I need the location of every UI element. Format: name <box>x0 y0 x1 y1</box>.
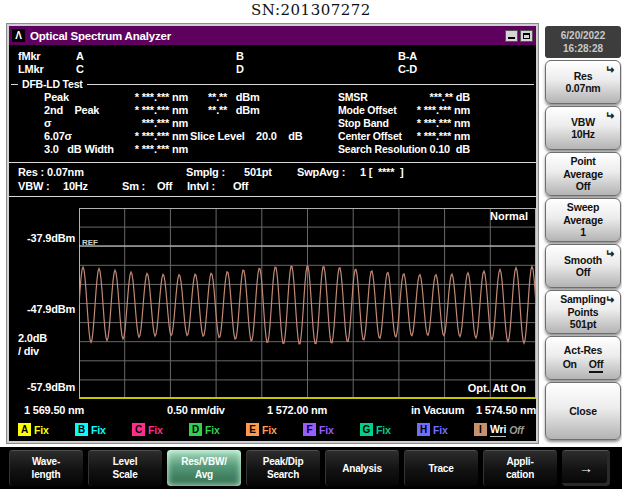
date-label: 6/20/2022 <box>545 29 621 42</box>
trace-a[interactable]: A Fix <box>18 422 75 437</box>
x-axis-start-value: 1 569.50 nm <box>24 404 84 416</box>
dfb-row-rname: Search Resolution <box>338 143 427 155</box>
softkey-wavelength[interactable]: Wave- length <box>8 449 84 487</box>
fkey-act-res[interactable]: Act-Res On Off <box>545 336 621 380</box>
softkey-label: Avg <box>195 468 213 481</box>
softkey-application[interactable]: Appli- cation <box>482 449 558 487</box>
separator-line <box>87 84 534 85</box>
minimize-button[interactable] <box>505 30 518 42</box>
fkey-smooth[interactable]: ↴ Smooth Off <box>545 244 621 288</box>
fkey-label: Smooth <box>564 254 602 267</box>
softkey-label: Scale <box>112 468 137 481</box>
trace-i[interactable]: I Wri Off <box>474 422 524 437</box>
softkey-label: length <box>32 468 61 481</box>
sweep-settings-box <box>9 162 536 197</box>
time-label: 16:28:28 <box>545 42 621 55</box>
fkey-label: Res <box>574 70 593 83</box>
trace-a-state: Fix <box>34 424 49 436</box>
lmkr-label: LMkr <box>18 63 58 75</box>
anritsu-logo-icon: Λ <box>12 29 25 42</box>
dfb-row-mid: **.** dBm <box>208 91 260 103</box>
dfb-row-rval: * ***.*** nm <box>417 117 470 129</box>
fkey-label: Sampling <box>560 293 606 306</box>
trace-b-letter: B <box>75 423 88 436</box>
minimize-icon <box>508 37 515 39</box>
softkey-label: Res/VBW/ <box>181 455 227 468</box>
fkey-value: 1 <box>580 226 586 239</box>
dfb-row-name: 6.07σ <box>44 130 72 142</box>
dfb-ld-test-title: DFB-LD Test <box>18 78 87 90</box>
res-value: 0.07nm <box>47 166 84 178</box>
act-res-on-option[interactable]: On <box>563 358 577 373</box>
dfb-row-rval: * ***.*** nm <box>417 130 470 142</box>
trace-f[interactable]: F Fix <box>303 422 360 437</box>
screen: SN:201307272 Λ Optical Spectrum Analyzer… <box>0 0 622 492</box>
softkey-trace[interactable]: Trace <box>403 449 479 487</box>
trace-f-state: Fix <box>319 424 334 436</box>
fkey-sampling-points[interactable]: ↴ Sampling Points 501pt <box>545 290 621 334</box>
res-label: Res : <box>18 166 44 178</box>
vbw-label: VBW : <box>18 180 49 192</box>
lmkr-d: D <box>236 63 244 75</box>
maximize-icon <box>523 33 530 39</box>
y-scale-per-div2: / div <box>18 345 39 357</box>
dfb-row-rname: Stop Band <box>338 117 389 129</box>
softkey-label: Peak/Dip <box>263 455 304 468</box>
trace-g-letter: G <box>360 423 373 436</box>
dfb-row-nm: ***.*** nm <box>142 117 188 129</box>
trace-d-letter: D <box>189 423 202 436</box>
dfb-row-rname: Mode Offset <box>338 104 396 116</box>
fkey-vbw[interactable]: ↴ VBW 10Hz <box>545 106 621 150</box>
maximize-button[interactable] <box>520 30 533 42</box>
fkey-point-average[interactable]: Point Average Off <box>545 152 621 196</box>
softkey-peak-dip-search[interactable]: Peak/Dip Search <box>245 449 321 487</box>
dfb-row-name: 2nd Peak <box>44 104 99 116</box>
trace-h[interactable]: H Fix <box>417 422 474 437</box>
trace-d-state: Fix <box>205 424 220 436</box>
submenu-arrow-icon: ↴ <box>604 294 617 303</box>
fkey-value: 501pt <box>570 318 596 331</box>
dfb-row-nm: * ***.*** nm <box>135 104 188 116</box>
trace-d[interactable]: D Fix <box>189 422 246 437</box>
y-axis-mid-value: -47.9dBm <box>5 303 75 315</box>
window-title: Optical Spectrum Analyzer <box>30 30 503 42</box>
trace-c[interactable]: C Fix <box>132 422 189 437</box>
trace-a-letter: A <box>18 423 31 436</box>
trace-b[interactable]: B Fix <box>75 422 132 437</box>
window-titlebar: Λ Optical Spectrum Analyzer <box>9 26 536 45</box>
y-axis-bottom-value: -57.9dBm <box>5 381 75 393</box>
dfb-row-name: Peak <box>44 91 69 103</box>
fkey-label: Close <box>569 405 597 418</box>
fkey-value: 0.07nm <box>566 82 601 95</box>
fkey-res[interactable]: ↴ Res 0.07nm <box>545 60 621 104</box>
trace-g[interactable]: G Fix <box>360 422 417 437</box>
serial-number-label: SN:201307272 <box>0 1 622 19</box>
dfb-row-name: 3.0 dB Width <box>44 143 114 155</box>
dfb-row-rval: ***.** dB <box>430 91 470 103</box>
act-res-off-option[interactable]: Off <box>589 358 604 373</box>
datetime-display: 6/20/2022 16:28:28 <box>545 26 621 58</box>
fkey-sweep-average[interactable]: Sweep Average 1 <box>545 198 621 242</box>
lmkr-row: LMkr <box>18 63 58 75</box>
x-scale-per-div: 0.50 nm/div <box>167 404 225 416</box>
trace-i-letter: I <box>474 423 487 436</box>
trace-e-letter: E <box>246 423 259 436</box>
submenu-arrow-icon: ↴ <box>604 248 617 257</box>
softkey-res-vbw-avg[interactable]: Res/VBW/ Avg <box>166 449 242 487</box>
y-axis-ref-value: -37.9dBm <box>5 232 75 244</box>
dfb-ld-test-group: DFB-LD Test <box>11 78 534 90</box>
softkey-more-arrow[interactable]: → <box>561 449 611 487</box>
spectrum-plot-canvas <box>79 208 536 399</box>
lmkr-cd: C-D <box>398 63 417 75</box>
dfb-row-rname: Center Offset <box>338 130 402 142</box>
opt-att-label: Opt. Att On <box>468 382 526 394</box>
fkey-label: VBW <box>571 116 595 129</box>
softkey-analysis[interactable]: Analysis <box>324 449 400 487</box>
dfb-row-rname: SMSR <box>338 91 368 103</box>
trace-e-state: Fix <box>262 424 277 436</box>
fkey-close[interactable]: Close <box>545 382 621 440</box>
dfb-row-nm: * ***.*** nm <box>135 91 188 103</box>
softkey-level-scale[interactable]: Level Scale <box>87 449 163 487</box>
trace-e[interactable]: E Fix <box>246 422 303 437</box>
fmkr-ba: B-A <box>398 50 417 62</box>
